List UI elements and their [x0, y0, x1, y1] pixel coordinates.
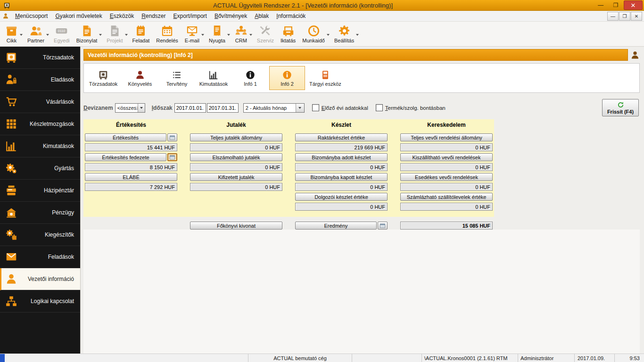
raktarkeszlet-button[interactable]: Raktárkészlet értéke: [295, 133, 388, 141]
menu-export-import[interactable]: Export/import: [170, 12, 211, 21]
toolbar-crm[interactable]: CRM: [231, 23, 251, 45]
ertekesites-button[interactable]: Értékesítés: [85, 133, 166, 141]
crm-dropdown-arrow[interactable]: [249, 34, 252, 37]
sidebar-item-feladasok[interactable]: Feladások: [0, 246, 80, 268]
menu-bovitmenyek[interactable]: Bővítmények: [211, 12, 251, 21]
beallitas-dropdown-arrow[interactable]: [356, 34, 359, 37]
maximize-button[interactable]: ❐: [609, 1, 623, 9]
cikk-dropdown-arrow[interactable]: [20, 34, 23, 37]
status-date: 2017.01.09.: [575, 354, 615, 362]
close-button[interactable]: ✕: [624, 0, 643, 10]
ertekesites-fedezete-chart-button[interactable]: [167, 153, 177, 161]
bizomanyba-kapott-button[interactable]: Bizományba kapott készlet: [295, 173, 388, 181]
status-time: 9:53: [615, 354, 644, 362]
toolbar-egyedi[interactable]: 0110 Egyedi: [50, 23, 73, 45]
ertekesites-chart-button[interactable]: [167, 133, 177, 141]
column-title-keszlet: Készlet: [295, 122, 388, 130]
tab-konyveles[interactable]: Könyvelés: [122, 66, 158, 90]
period-type-select[interactable]: 2 - Aktuális hónap: [243, 103, 305, 113]
menu-eszkozok[interactable]: Eszközök: [106, 12, 138, 21]
szamlazhato-szallitolevelek-button[interactable]: Számlázható szállítólevelek értéke: [400, 193, 493, 201]
kifizetett-jutalek-button[interactable]: Kifizetett jutalék: [190, 173, 282, 181]
finance-bank-icon: [5, 206, 17, 219]
date-to-input[interactable]: [207, 103, 239, 113]
sidebar-item-gyartas[interactable]: Gyártás: [0, 157, 80, 180]
mdi-restore-button[interactable]: ❐: [619, 12, 630, 21]
menu-menucsoport[interactable]: Menücsoport: [11, 12, 51, 21]
toolbar-munkaido[interactable]: Munkaidő: [299, 23, 328, 45]
sidebar-item-penzugy[interactable]: Pénzügy: [0, 202, 80, 224]
elszamolhato-jutalek-button[interactable]: Elszámolható jutalék: [190, 153, 282, 161]
product-split-label: Termék/szolg. bontásban: [385, 105, 446, 111]
minimize-button[interactable]: —: [594, 1, 608, 9]
teljes-jutalek-button[interactable]: Teljes jutalék állomány: [190, 133, 282, 141]
sidebar-item-vezetoi-informacio[interactable]: Vezetői információ: [0, 268, 80, 290]
toolbar-bizonylat[interactable]: Bizonylat: [73, 23, 101, 45]
partner-dropdown-arrow[interactable]: [46, 34, 49, 37]
tab-info-1[interactable]: Infó 1: [232, 66, 268, 90]
tab-kimutatasok[interactable]: Kimutatások: [196, 66, 231, 90]
service-tools-icon: [259, 25, 272, 37]
menu-gyakori-muveletek[interactable]: Gyakori műveletek: [51, 12, 106, 21]
projekt-dropdown-arrow[interactable]: [125, 34, 128, 37]
mdi-close-button[interactable]: ✕: [631, 12, 642, 21]
toolbar-feladat[interactable]: Feladat: [129, 23, 153, 45]
tab-terv-teny[interactable]: Terv/tény: [159, 66, 195, 90]
tab-targyi-eszkoz[interactable]: Tárgyi eszköz: [306, 66, 345, 90]
toolbar-iktatas[interactable]: Iktatás: [277, 23, 299, 45]
esedekes-rendelesek-button[interactable]: Esedékes vevői rendelések: [400, 173, 493, 181]
previous-year-checkbox[interactable]: [312, 104, 319, 111]
eredmeny-button[interactable]: Eredmény: [295, 222, 377, 230]
sidebar-item-keszletmozgasok[interactable]: Készletmozgások: [0, 113, 80, 135]
menu-ablak[interactable]: Ablak: [251, 12, 272, 21]
fokonyvi-kivonat-button[interactable]: Főkönyvi kivonat: [190, 222, 282, 230]
panel-jutalek: Jutalék Teljes jutalék állomány 0 HUF El…: [190, 122, 282, 211]
status-instance: \ACTUAL.Kronos0001 (2.1.61) RTM: [422, 354, 518, 362]
nyugta-dropdown-arrow[interactable]: [227, 34, 230, 37]
sidebar-item-hazipenztar[interactable]: Házipénztár: [0, 180, 80, 202]
user-icon: [630, 50, 640, 60]
toolbar-rendeles[interactable]: Rendelés: [153, 23, 181, 45]
toolbar-beallitas[interactable]: Beállítás: [331, 23, 357, 45]
currency-label: Devizanem: [83, 105, 113, 111]
tab-info-2[interactable]: Infó 2: [269, 66, 305, 90]
table-chart-icon: [169, 155, 175, 160]
sidebar-item-eladasok[interactable]: Eladások: [0, 69, 80, 91]
bizonylat-dropdown-arrow[interactable]: [99, 34, 102, 37]
sidebar-item-kiegeszitok[interactable]: Kiegészítők: [0, 224, 80, 246]
eredmeny-value: 15 085 HUF: [400, 222, 493, 230]
elabe-value: 7 292 HUF: [85, 183, 177, 191]
sidebar-item-logikai-kapcsolat[interactable]: Logikai kapcsolat: [0, 290, 80, 313]
product-split-checkbox[interactable]: [376, 104, 383, 111]
menu-rendszer[interactable]: Rendszer: [138, 12, 169, 21]
munkaido-dropdown-arrow[interactable]: [327, 34, 330, 37]
currency-select[interactable]: <összes>: [115, 103, 145, 113]
toolbar-email[interactable]: E-mail: [182, 23, 203, 45]
kiszallithato-rendelesek-button[interactable]: Kiszállítható vevői rendelések: [400, 153, 493, 161]
window-title: ACTUAL Ügyviteli Rendszer 2.1 - [Vezetői…: [12, 2, 594, 9]
sidebar-item-kimutatasok[interactable]: Kimutatások: [0, 135, 80, 157]
filter-bar: Devizanem <összes> Időszak 2 - Aktuális …: [83, 99, 640, 116]
toolbar-projekt[interactable]: Projekt: [103, 23, 126, 45]
tab-torzsadatok[interactable]: Törzsadatok: [85, 66, 121, 90]
dolgozoi-keszlet-button[interactable]: Dolgozói készlet értéke: [295, 193, 388, 201]
menu-informaciok[interactable]: Információk: [272, 12, 309, 21]
eredmeny-chart-button[interactable]: [378, 222, 388, 230]
mdi-minimize-button[interactable]: —: [607, 12, 619, 21]
toolbar-szerviz[interactable]: Szerviz: [254, 23, 277, 45]
date-from-input[interactable]: [174, 103, 206, 113]
elabe-button[interactable]: ELÁBÉ: [85, 173, 177, 181]
period-label: Időszak: [152, 105, 173, 111]
refresh-button[interactable]: Frissít (F4): [602, 99, 639, 116]
reports-chart-icon: [5, 140, 17, 152]
teljes-vevoi-rendelesi-button[interactable]: Teljes vevői rendelési állomány: [400, 133, 493, 141]
sidebar-item-vasarlasok[interactable]: Vásárlások: [0, 91, 80, 113]
sidebar-item-torzsadatok[interactable]: Törzsadatok: [0, 47, 80, 69]
toolbar-partner[interactable]: Partner: [24, 23, 48, 45]
email-dropdown-arrow[interactable]: [201, 34, 204, 37]
toolbar-cikk[interactable]: Cikk: [2, 23, 21, 45]
toolbar-nyugta[interactable]: Nyugta: [206, 23, 229, 45]
bizomanyba-adott-button[interactable]: Bizományba adott készlet: [295, 153, 388, 161]
status-company: ACTUAL bemutató cég: [248, 354, 352, 362]
ertekesites-fedezete-button[interactable]: Értékesítés fedezete: [85, 153, 166, 161]
